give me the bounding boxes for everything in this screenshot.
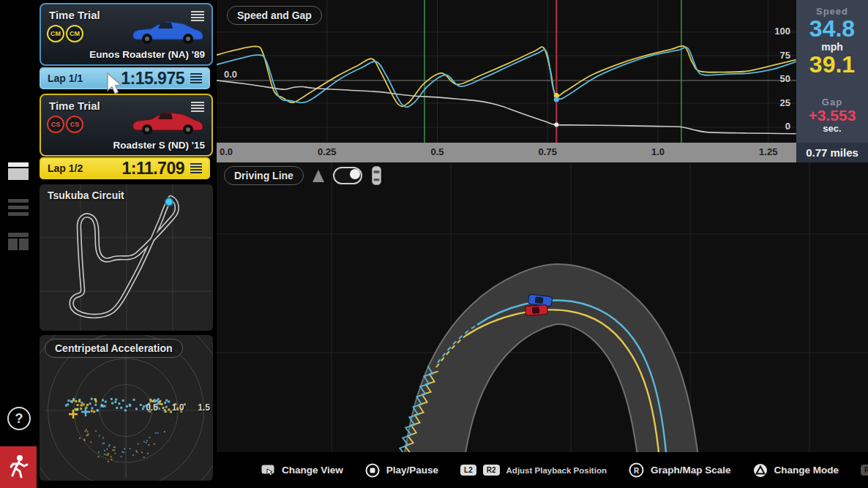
speed-value-blue: 34.8: [796, 17, 868, 41]
distance-tick-label: 1.25: [759, 146, 777, 157]
control-reset-position: R1 Reset Position: [861, 465, 868, 476]
control-adjust-playback[interactable]: L2 R2 Adjust Playback Position: [460, 465, 607, 476]
square-button-icon: [365, 463, 380, 478]
lap-time: 1:15.975: [121, 69, 184, 89]
control-label: Change Mode: [774, 465, 839, 476]
driving-line-row: Driving Line: [224, 165, 382, 186]
svg-text:R: R: [634, 467, 640, 475]
gt-data-logger-screen: Speed and Gap 0.0 1007550250 0.00.250.50…: [0, 0, 868, 488]
toggle-knob: [350, 169, 360, 179]
gap-label: Gap: [796, 97, 868, 108]
lap-selector-blue[interactable]: Lap 1/1 1:15.975: [40, 67, 210, 89]
speed-value-yellow: 39.1: [796, 53, 868, 77]
entry-card-blue[interactable]: Time Trial CM CM Eunos Roadster (NA) '89: [40, 3, 213, 66]
chart-title-pill: Speed and Gap: [227, 6, 322, 25]
control-change-view[interactable]: Change View: [261, 464, 343, 476]
list-view-icon: [8, 199, 29, 203]
circuit-minimap-panel: Tsukuba Circuit: [40, 184, 213, 331]
lap-menu-icon[interactable]: [190, 163, 202, 173]
tire-badge: CS: [66, 116, 83, 133]
tire-badge: CM: [47, 25, 64, 42]
gg-ring-tick-label: 0.5: [146, 402, 158, 413]
circuit-name: Tsukuba Circuit: [48, 189, 124, 201]
minimap-car-position: [165, 198, 173, 206]
car-name: Roadster S (ND) '15: [113, 140, 206, 151]
driving-line-pill: Driving Line: [224, 166, 304, 185]
distance-tick-label: 0.75: [539, 146, 557, 157]
control-label: Change View: [282, 465, 343, 476]
tire-badge: CM: [66, 25, 83, 42]
gap-value: +3.553: [796, 108, 868, 123]
gap-unit: sec.: [796, 123, 868, 134]
lap-label: Lap 1/2: [48, 162, 83, 174]
exit-button[interactable]: [0, 446, 37, 488]
car-name: Eunos Roadster (NA) '89: [89, 49, 205, 60]
cone-marker-icon: [313, 170, 324, 182]
driving-line-label: Driving Line: [234, 170, 293, 181]
accel-title: Centripetal Acceleration: [55, 342, 173, 354]
lap-time: 1:11.709: [121, 159, 184, 179]
graph-map-view-icon: [8, 162, 29, 167]
speed-blue-trace: [217, 47, 796, 107]
sidebar-item-graph-map-view[interactable]: [8, 162, 29, 180]
view-mode-sidebar: ?: [0, 0, 37, 488]
mouse-cursor: [106, 72, 124, 94]
control-graph-map-scale[interactable]: R Graph/Map Scale: [629, 462, 731, 478]
speed-yellow-trace: [217, 46, 796, 107]
sidebar-item-table-view[interactable]: [8, 233, 29, 250]
distance-tick-label: 1.0: [651, 146, 665, 157]
chart-title: Speed and Gap: [237, 10, 312, 21]
lap-label: Lap 1/1: [48, 72, 83, 84]
lap-selector-yellow[interactable]: Lap 1/2 1:11.709: [40, 157, 210, 179]
tire-badge: CS: [47, 116, 64, 133]
mode-label: Time Trial: [49, 9, 100, 21]
mode-label: Time Trial: [49, 100, 100, 112]
circuit-outline: [40, 184, 213, 331]
control-change-mode[interactable]: Change Mode: [753, 463, 839, 478]
help-button[interactable]: ?: [7, 407, 31, 430]
table-view-icon: [8, 233, 29, 237]
cursor-dot-gap: [554, 122, 558, 127]
r2-button-badge: R2: [483, 465, 500, 476]
gap-zero-label: 0.0: [224, 69, 237, 80]
distance-axis-strip[interactable]: 0.00.250.50.751.01.25: [217, 143, 796, 162]
track-map-view: [217, 162, 868, 452]
track-map-canvas: [217, 162, 868, 452]
gg-ring-tick-label: 1.5: [198, 402, 210, 413]
sidebar-item-list-view[interactable]: [8, 199, 29, 217]
accel-title-pill: Centripetal Acceleration: [45, 339, 183, 358]
gap-white-trace: [217, 80, 796, 134]
track-surface: [428, 294, 673, 452]
runner-icon: [0, 446, 37, 488]
control-label: Graph/Map Scale: [651, 465, 731, 476]
distance-tick-label: 0.5: [430, 146, 444, 157]
distance-tick-label: 0.25: [318, 146, 336, 157]
entry-card-yellow[interactable]: Time Trial CS CS Roadster S (ND) '15: [40, 94, 213, 157]
driving-line-toggle[interactable]: [333, 167, 362, 184]
control-play-pause[interactable]: Play/Pause: [365, 463, 438, 478]
centripetal-accel-panel: Centripetal Acceleration 0.51.01.5: [40, 335, 213, 481]
car-image-red: [128, 107, 206, 138]
touchpad-icon: [261, 464, 275, 476]
help-icon: ?: [15, 411, 23, 426]
right-stick-icon: R: [629, 462, 644, 478]
distance-tick-label: 0.0: [220, 146, 233, 157]
current-distance: 0.77 miles: [796, 143, 868, 162]
car-marker-red: [525, 304, 548, 315]
l2-button-badge: L2: [460, 465, 476, 476]
car-image-blue: [128, 16, 206, 47]
lap-menu-icon[interactable]: [190, 73, 202, 83]
car-topview-icon: [371, 165, 382, 186]
control-label: Play/Pause: [386, 465, 438, 476]
triangle-button-icon: [753, 463, 768, 478]
r1-button-badge: R1: [861, 465, 868, 476]
telemetry-panel: Speed 34.8 mph 39.1 Gap +3.553 sec.: [796, 0, 868, 143]
control-label: Adjust Playback Position: [506, 466, 607, 475]
gg-ring-tick-label: 1.0: [172, 402, 184, 413]
cursor-dot-blue: [554, 97, 559, 102]
